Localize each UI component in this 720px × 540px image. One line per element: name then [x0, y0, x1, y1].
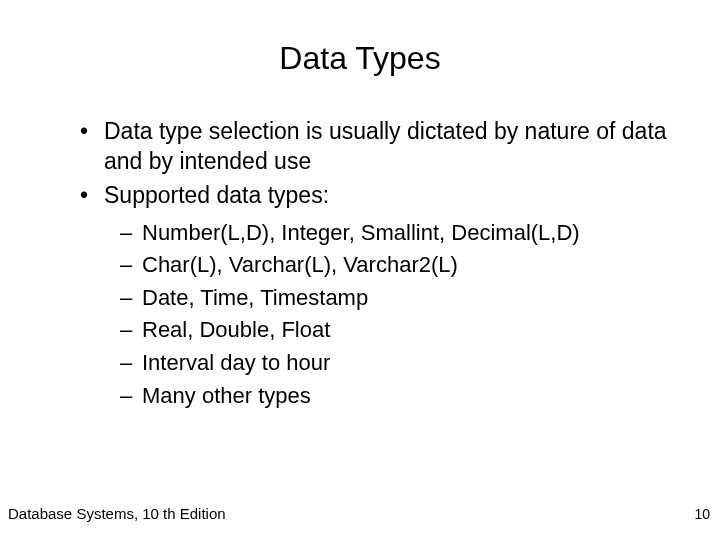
bullet-icon: • [80, 117, 88, 147]
sub-bullet-item: – Real, Double, Float [120, 316, 670, 345]
sub-bullet-text: Many other types [142, 383, 311, 408]
sub-bullet-text: Interval day to hour [142, 350, 330, 375]
page-number: 10 [694, 506, 710, 522]
sub-bullet-item: – Date, Time, Timestamp [120, 284, 670, 313]
dash-icon: – [120, 251, 132, 280]
dash-icon: – [120, 316, 132, 345]
bullet-list: • Data type selection is usually dictate… [50, 117, 670, 410]
bullet-icon: • [80, 181, 88, 211]
sub-bullet-item: – Number(L,D), Integer, Smallint, Decima… [120, 219, 670, 248]
sub-bullet-text: Char(L), Varchar(L), Varchar2(L) [142, 252, 458, 277]
slide: Data Types • Data type selection is usua… [0, 0, 720, 540]
bullet-text: Supported data types: [104, 182, 329, 208]
footer-source: Database Systems, 10 th Edition [8, 505, 226, 522]
sub-bullet-text: Date, Time, Timestamp [142, 285, 368, 310]
sub-bullet-item: – Interval day to hour [120, 349, 670, 378]
bullet-item: • Supported data types: [80, 181, 670, 211]
sub-bullet-text: Number(L,D), Integer, Smallint, Decimal(… [142, 220, 580, 245]
slide-title: Data Types [50, 40, 670, 77]
bullet-item: • Data type selection is usually dictate… [80, 117, 670, 177]
bullet-text: Data type selection is usually dictated … [104, 118, 667, 174]
dash-icon: – [120, 349, 132, 378]
dash-icon: – [120, 382, 132, 411]
sub-bullet-item: – Many other types [120, 382, 670, 411]
sub-bullet-text: Real, Double, Float [142, 317, 330, 342]
dash-icon: – [120, 284, 132, 313]
sub-bullet-item: – Char(L), Varchar(L), Varchar2(L) [120, 251, 670, 280]
sub-bullet-list: – Number(L,D), Integer, Smallint, Decima… [80, 219, 670, 411]
dash-icon: – [120, 219, 132, 248]
